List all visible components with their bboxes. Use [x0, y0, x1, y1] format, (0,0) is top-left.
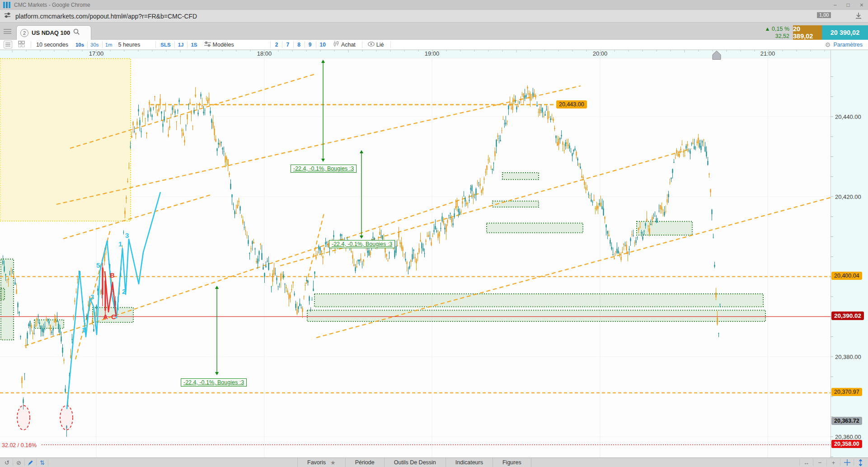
gear-icon: ⚙: [825, 41, 831, 48]
svg-text:20,360.00: 20,360.00: [835, 434, 861, 440]
tab-title: US NDAQ 100: [32, 29, 70, 36]
svg-text:B: B: [110, 271, 115, 279]
tab-outils-de-dessin[interactable]: Outils De Dessin: [385, 458, 446, 467]
disable-drawing-icon[interactable]: ⊘: [13, 459, 25, 466]
chart-list-button[interactable]: [4, 41, 12, 48]
svg-text:20,380.00: 20,380.00: [835, 354, 861, 360]
alert-ellipse: [17, 406, 30, 430]
svg-text:A: A: [103, 313, 108, 321]
interval-1m-button[interactable]: 1m: [105, 42, 113, 47]
interval-10s-button[interactable]: 10s: [75, 42, 84, 47]
measurement-annotation[interactable]: -22.4, -0.1%, Bougies :3: [291, 165, 357, 173]
window-title: CMC Markets - Google Chrome: [14, 2, 90, 8]
range-1j-button[interactable]: 1J: [178, 42, 184, 47]
tab-figures[interactable]: Figures: [493, 458, 531, 467]
cmc-logo-icon: [3, 2, 10, 8]
supply-demand-zone: [307, 310, 765, 321]
order-label: Achat: [341, 42, 356, 48]
svg-text:20:00: 20:00: [593, 50, 608, 57]
svg-text:1: 1: [118, 240, 122, 248]
crosshair-icon[interactable]: [840, 459, 854, 466]
tab-favoris[interactable]: Favoris ★: [298, 458, 346, 467]
svg-text:3: 3: [90, 293, 94, 301]
range-1s-button[interactable]: 1S: [191, 42, 197, 47]
supply-demand-zone: [502, 173, 539, 179]
tab-indicateurs[interactable]: Indicateurs: [446, 458, 493, 467]
alert-ellipse: [60, 406, 73, 430]
menu-icon[interactable]: [4, 29, 11, 34]
price-chart[interactable]: 17:0018:0019:0020:0021:0020,440.0020,420…: [0, 50, 868, 458]
svg-text:2: 2: [122, 288, 126, 295]
template-8-button[interactable]: 8: [297, 42, 300, 48]
interval-30s-button[interactable]: 30s: [90, 42, 99, 47]
zoom-in-button[interactable]: +: [826, 459, 840, 466]
tab-favoris-label: Favoris: [307, 459, 326, 466]
svg-text:20,420.00: 20,420.00: [835, 193, 861, 200]
v-fit-icon[interactable]: [854, 459, 867, 466]
svg-text:19:00: 19:00: [425, 50, 440, 57]
instrument-tab[interactable]: 2 US NDAQ 100: [16, 25, 91, 40]
tab-periode[interactable]: Période: [346, 458, 385, 467]
linked-button[interactable]: Lié: [368, 42, 384, 48]
change-absolute: 32,52: [765, 33, 789, 40]
minimize-button[interactable]: –: [834, 2, 837, 8]
tune-icon[interactable]: [4, 11, 11, 21]
star-icon: ★: [330, 459, 336, 466]
autoscale-icon[interactable]: ⇅: [37, 459, 48, 466]
templates-button[interactable]: Modèles: [204, 41, 234, 48]
stop-price-label[interactable]: 20,358.00: [831, 440, 862, 448]
svg-text:20,440.00: 20,440.00: [835, 113, 861, 120]
svg-text:21:00: 21:00: [760, 50, 775, 57]
chart-area: 17:0018:0019:0020:0021:0020,440.0020,420…: [0, 50, 868, 458]
candlestick-icon: [333, 41, 339, 48]
up-arrow-icon: ▲: [765, 26, 770, 32]
settings-label: Paramètres: [833, 42, 863, 48]
tab-number-badge: 2: [20, 29, 28, 37]
order-type-button[interactable]: Achat: [333, 41, 356, 48]
template-2-button[interactable]: 2: [275, 42, 278, 48]
search-icon[interactable]: [73, 28, 80, 37]
change-percent: 0,15 %: [772, 26, 789, 32]
sell-price-button[interactable]: 20 389,02: [793, 25, 822, 40]
url-text[interactable]: platform.cmcmarkets.com/popout.html#/app…: [15, 13, 197, 20]
measurement-annotation[interactable]: -22.4, -0.1%, Bougies :3: [329, 240, 395, 248]
interval-dropdown[interactable]: 10 secondes: [36, 42, 68, 48]
layout-button[interactable]: [18, 41, 25, 49]
supply-demand-zone: [493, 201, 539, 207]
alert-price-label[interactable]: 20,370.97: [831, 388, 862, 396]
highlight-zone: [0, 59, 131, 221]
svg-text:3: 3: [125, 231, 129, 239]
template-10-button[interactable]: 10: [320, 42, 326, 48]
measurement-annotation[interactable]: -22.4, -0.1%, Bougies :3: [181, 378, 247, 387]
browser-url-bar: platform.cmcmarkets.com/popout.html#/app…: [0, 10, 868, 23]
sliders-icon: [204, 41, 211, 48]
bottom-toolbar: ↺ ⊘ ⇅ Favoris ★ Période Outils De Dessin…: [0, 458, 868, 467]
supply-demand-zone: [487, 223, 583, 232]
instrument-tab-bar: 2 US NDAQ 100 ▲ 0,15 % 32,52 20 389,02 2…: [0, 23, 868, 40]
template-9-button[interactable]: 9: [309, 42, 312, 48]
reset-icon[interactable]: ↺: [1, 459, 13, 466]
chart-toolbar: 10 secondes 10s 30s 1m 5 heures SLS 1J 1…: [0, 40, 868, 50]
template-7-button[interactable]: 7: [286, 42, 289, 48]
download-icon[interactable]: [854, 12, 863, 22]
settings-button[interactable]: ⚙ Paramètres: [825, 41, 863, 48]
maximize-button[interactable]: □: [847, 2, 850, 8]
range-dropdown[interactable]: 5 heures: [118, 42, 141, 48]
zoom-out-button[interactable]: −: [813, 459, 826, 466]
grid-icon: [18, 41, 25, 49]
pencil-icon[interactable]: [25, 459, 37, 466]
templates-label: Modèles: [213, 42, 234, 48]
svg-text:1: 1: [82, 326, 85, 334]
resistance-price-label[interactable]: 20,443.00: [556, 100, 587, 108]
close-button[interactable]: ×: [860, 1, 863, 9]
window-titlebar: CMC Markets - Google Chrome – □ ×: [0, 0, 868, 10]
buy-price-button[interactable]: 20 390,02: [822, 25, 868, 40]
list-icon: [4, 41, 12, 48]
quote-cluster: ▲ 0,15 % 32,52 20 389,02 20 390,02: [765, 25, 868, 40]
alert-price-label[interactable]: 20,400.04: [831, 272, 862, 280]
h-zoom-icon[interactable]: ↔: [799, 459, 813, 466]
range-sls-button[interactable]: SLS: [160, 42, 170, 47]
supply-demand-zone: [314, 294, 763, 307]
svg-text:5: 5: [96, 261, 100, 269]
spread-badge: 1,00: [817, 12, 831, 18]
